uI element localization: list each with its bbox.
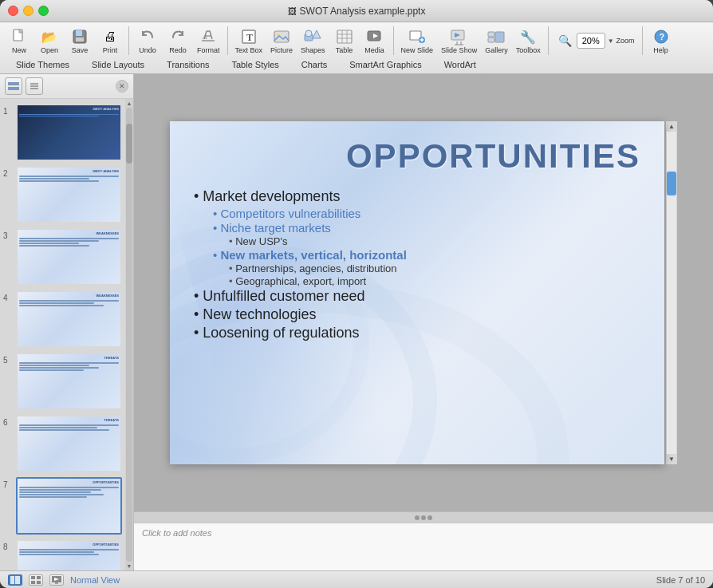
svg-rect-2 <box>76 30 82 36</box>
new-button[interactable]: New <box>5 26 33 56</box>
tab-table-styles[interactable]: Table Styles <box>221 57 290 72</box>
save-button[interactable]: Save <box>65 26 94 56</box>
maximize-button[interactable] <box>38 6 49 16</box>
shapes-label: Shapes <box>301 46 325 54</box>
slides-scrollbar[interactable]: ▲ ▼ <box>125 99 133 570</box>
notes-area[interactable]: Click to add notes <box>134 523 713 570</box>
undo-button[interactable]: Undo <box>133 26 162 56</box>
table-button[interactable]: Table <box>330 26 359 56</box>
tab-slide-layouts[interactable]: Slide Layouts <box>81 57 156 72</box>
content-area: OPPORTUNITIES Market developments Compet… <box>134 74 713 570</box>
scroll-dot-1 <box>415 515 420 520</box>
view-slides-btn[interactable] <box>5 77 22 95</box>
gallery-button[interactable]: Gallery <box>482 26 511 56</box>
notes-placeholder[interactable]: Click to add notes <box>142 528 705 538</box>
open-label: Open <box>41 46 58 54</box>
slide-scroll-down[interactable]: ▼ <box>667 454 676 464</box>
open-button[interactable]: 📂 Open <box>35 26 64 56</box>
help-icon: ? <box>652 27 671 46</box>
open-icon: 📂 <box>40 27 59 46</box>
normal-view-btn[interactable] <box>8 574 22 586</box>
panel-close-btn[interactable]: ✕ <box>116 80 128 93</box>
tab-slide-themes[interactable]: Slide Themes <box>5 57 81 72</box>
slide-thumb-1[interactable]: 1 SWOT ANALYSIS <box>3 104 122 161</box>
newslide-icon <box>408 27 427 46</box>
slide-thumb-4[interactable]: 4 WEAKNESSES <box>3 290 122 348</box>
redo-icon <box>168 27 187 46</box>
app-window: 🖾 SWOT Analysis example.pptx New 📂 Open <box>0 0 713 588</box>
media-button[interactable]: Media <box>360 26 389 56</box>
file-icon: 🖾 <box>288 6 297 16</box>
redo-button[interactable]: Redo <box>163 26 192 56</box>
svg-rect-35 <box>8 82 19 85</box>
bullet-niche: Niche target markets <box>194 221 640 235</box>
redo-label: Redo <box>169 46 187 54</box>
svg-rect-43 <box>10 576 14 584</box>
close-button[interactable] <box>8 6 18 16</box>
save-icon <box>70 27 89 46</box>
slide-thumb-8[interactable]: 8 OPPORTUNITIES <box>3 539 122 570</box>
slide-right-scrollbar[interactable]: ▲ ▼ <box>666 121 677 464</box>
newslide-button[interactable]: New Slide <box>398 26 437 56</box>
svg-rect-47 <box>31 581 35 584</box>
scroll-up-btn[interactable]: ▲ <box>127 101 132 106</box>
svg-rect-48 <box>37 581 41 584</box>
bullet-partnerships: Partnerships, agencies, distribution <box>194 262 640 274</box>
tab-transitions[interactable]: Transitions <box>156 57 220 72</box>
textbox-button[interactable]: T Text Box <box>232 26 266 56</box>
zoom-label: Zoom <box>616 37 635 45</box>
tab-wordart[interactable]: WordArt <box>433 57 487 72</box>
slideshow-button[interactable]: Slide Show <box>438 26 480 56</box>
picture-button[interactable]: Picture <box>267 26 296 56</box>
toolbar: New 📂 Open Save 🖨 Print <box>0 22 713 74</box>
separator-3 <box>393 26 394 55</box>
svg-rect-9 <box>274 31 289 42</box>
presentation-view-btn[interactable] <box>49 574 64 586</box>
table-label: Table <box>336 46 353 54</box>
minimize-button[interactable] <box>23 6 33 16</box>
shapes-button[interactable]: Shapes <box>297 26 329 56</box>
print-label: Print <box>103 46 118 54</box>
tab-smartart-graphics[interactable]: SmartArt Graphics <box>338 57 432 72</box>
help-button[interactable]: ? Help <box>647 26 676 56</box>
bullet-new-tech: New technologies <box>194 306 640 323</box>
titlebar: 🖾 SWOT Analysis example.pptx <box>0 0 713 22</box>
scroll-down-btn[interactable]: ▼ <box>127 563 132 569</box>
slide-scroll-track <box>667 132 676 454</box>
bullet-new-markets: New markets, vertical, horizontal <box>194 248 640 262</box>
slide-sorter-btn[interactable] <box>29 574 43 586</box>
slide-thumb-3[interactable]: 3 WEAKNESSES <box>3 228 122 286</box>
slide-thumb-6[interactable]: 6 THREATS <box>3 415 122 472</box>
svg-rect-14 <box>337 30 352 43</box>
svg-rect-36 <box>8 87 19 90</box>
undo-label: Undo <box>139 46 156 54</box>
view-outline-btn[interactable] <box>26 77 43 95</box>
slide-thumb-5[interactable]: 5 THREATS <box>3 353 122 410</box>
textbox-label: Text Box <box>235 46 263 54</box>
svg-rect-45 <box>31 576 35 579</box>
bullet-geographical: Geographical, export, import <box>194 275 640 287</box>
newslide-label: New Slide <box>401 46 434 54</box>
slide-scroll-up[interactable]: ▲ <box>667 121 676 132</box>
svg-point-13 <box>305 30 312 37</box>
toolbox-button[interactable]: 🔧 Toolbox <box>513 26 544 56</box>
slide-thumb-2[interactable]: 2 SWOT ANALYSIS <box>3 166 122 223</box>
zoom-down-arrow[interactable]: ▼ <box>607 37 615 45</box>
media-icon <box>365 27 384 46</box>
scroll-thumb[interactable] <box>126 124 132 164</box>
picture-icon <box>272 27 291 46</box>
slide-title: OPPORTUNITIES <box>194 137 640 176</box>
tab-charts[interactable]: Charts <box>290 57 338 72</box>
bullet-unfulfilled: Unfulfilled customer need <box>194 288 640 305</box>
print-button[interactable]: 🖨 Print <box>96 26 124 56</box>
svg-rect-46 <box>37 576 41 579</box>
toolbar-tabs: Slide Themes Slide Layouts Transitions T… <box>5 57 708 72</box>
svg-text:T: T <box>246 32 253 43</box>
picture-label: Picture <box>270 46 293 54</box>
slide-thumb-7[interactable]: 7 OPPORTUNITIES <box>3 477 122 535</box>
separator-2 <box>227 26 228 55</box>
zoom-input[interactable]: 20% <box>577 33 605 49</box>
slide-scroll-thumb[interactable] <box>667 172 676 195</box>
window-title: 🖾 SWOT Analysis example.pptx <box>288 6 426 17</box>
format-button[interactable]: A Format <box>194 26 223 56</box>
